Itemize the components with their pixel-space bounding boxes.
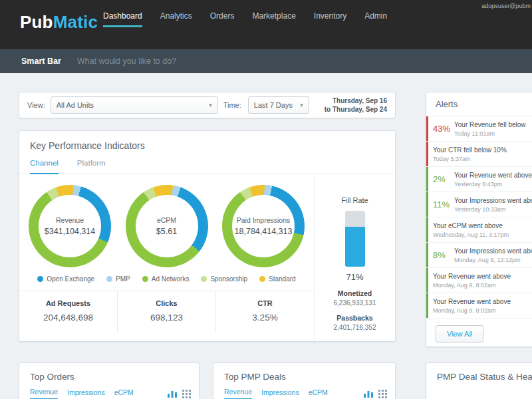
tab-ecpm[interactable]: eCPM	[114, 388, 134, 399]
legend-label: PMP	[116, 275, 130, 283]
passbacks-label: Passbacks	[315, 314, 395, 322]
nav-item-admin[interactable]: Admin	[364, 11, 387, 27]
alert-time: Monday, Aug 9, 8:02am	[433, 282, 511, 289]
table-grid-icon[interactable]	[182, 390, 191, 398]
nav-item-analytics[interactable]: Analytics	[160, 11, 192, 27]
legend-item-pmp: PMP	[106, 275, 130, 283]
alerts-panel: Alerts 43%Your Revenue fell belowToday 1…	[426, 92, 532, 347]
alert-time: Today 11:01am	[454, 130, 525, 137]
tab-channel[interactable]: Channel	[30, 159, 59, 174]
legend-item-open-exchange: Open Exchange	[37, 275, 94, 283]
alert-title: Your Revenue went above	[454, 172, 532, 179]
alert-time: Wednesday, Aug 11, 3:17pm	[433, 231, 509, 238]
legend-dot	[201, 276, 207, 282]
alert-percent: 11%	[433, 200, 450, 209]
legend-label: Sponsorship	[210, 275, 247, 283]
alert-severity-bar	[426, 217, 428, 242]
donut-chart-ecpm: eCPM$5.61	[126, 185, 208, 267]
tab-revenue[interactable]: Revenue	[224, 388, 252, 399]
donut-chart-paid-impressions: Paid Impressions18,784,414,313	[222, 185, 305, 267]
donut-row: Revenue$341,104,314eCPM$5.61Paid Impress…	[19, 174, 314, 267]
alert-percent: 8%	[433, 250, 450, 260]
legend-label: Ad Networks	[152, 275, 190, 283]
smart-bar: Smart Bar	[0, 49, 532, 73]
alert-severity-bar	[426, 192, 428, 217]
alert-severity-bar	[426, 142, 428, 166]
alert-item[interactable]: 8%Your Impressions went aboveMonday, Aug…	[426, 243, 532, 268]
tab-platform[interactable]: Platform	[77, 159, 106, 174]
donut-metric-label: Revenue	[56, 216, 84, 224]
alert-time: Yesterday 6:43pm	[454, 181, 532, 188]
date-range: Thursday, Sep 16 to Thursday, Sep 24	[325, 96, 387, 114]
pubmatic-logo: PubMatic	[20, 12, 98, 33]
kpi-card: Key Performance Indicators ChannelPlatfo…	[19, 130, 396, 342]
stat-value: 698,123	[118, 313, 215, 323]
mini-tabs-0: RevenueImpressionseCPM	[19, 388, 199, 399]
alert-severity-bar	[426, 243, 428, 267]
tab-revenue[interactable]: Revenue	[30, 388, 58, 399]
alert-text: Your Impressions went aboveYesterday 10:…	[454, 197, 532, 213]
legend-item-sponsorship: Sponsorship	[201, 275, 247, 283]
fill-rate-value: 71%	[315, 272, 395, 282]
nav-item-marketplace[interactable]: Marketplace	[252, 11, 295, 27]
alert-item[interactable]: 11%Your Impressions went aboveYesterday …	[426, 192, 532, 217]
kpi-title: Key Performance Indicators	[19, 131, 395, 151]
stat-value: 204,648,698	[19, 313, 117, 323]
donut-metric-label: Paid Impressions	[237, 216, 291, 224]
time-select[interactable]: Last 7 Days ▾	[248, 96, 309, 114]
nav-item-inventory[interactable]: Inventory	[314, 11, 346, 27]
alert-item[interactable]: 2%Your Revenue went aboveYesterday 6:43p…	[426, 167, 532, 192]
alert-text: Your Revenue fell belowToday 11:01am	[454, 121, 525, 137]
alert-severity-bar	[426, 116, 428, 141]
top-pmp-deals-card: Top PMP Deals RevenueImpressionseCPM	[213, 362, 396, 399]
monetized-label: Monetized	[315, 289, 395, 297]
logo-text-pub: Pub	[20, 12, 53, 32]
table-grid-icon[interactable]	[378, 390, 387, 398]
view-all-button[interactable]: View All	[436, 325, 483, 342]
view-select[interactable]: All Ad Units ▾	[51, 96, 218, 114]
alert-item[interactable]: 43%Your Revenue fell belowToday 11:01am	[426, 116, 532, 142]
alert-percent: 43%	[433, 124, 450, 134]
mini-tabs-1: RevenueImpressionseCPM	[213, 388, 395, 399]
legend-dot	[142, 276, 148, 282]
alert-text: Your eCPM went aboveWednesday, Aug 11, 3…	[433, 222, 509, 238]
alert-time: Today 5:37am	[433, 156, 507, 162]
alert-title: Your Revenue went above	[433, 273, 511, 280]
fill-rate-bar-fill	[345, 227, 365, 267]
tab-impressions[interactable]: Impressions	[261, 388, 299, 399]
legend-dot	[259, 276, 265, 282]
stat-ad-requests: Ad Requests204,648,698	[19, 291, 117, 333]
alert-title: Your CTR fell below 10%	[433, 146, 507, 154]
alert-time: Monday, Aug 9, 12:12pm	[454, 257, 532, 263]
alert-text: Your Impressions went aboveMonday, Aug 9…	[454, 247, 532, 263]
alert-title: Your Impressions went above	[454, 197, 532, 204]
nav-item-dashboard[interactable]: Dashboard	[103, 11, 142, 27]
donut-center: Paid Impressions18,784,414,313	[232, 195, 295, 257]
alert-title: Your eCPM went above	[433, 222, 509, 229]
alert-severity-bar	[426, 268, 428, 293]
bar-chart-icon[interactable]	[168, 390, 177, 398]
alert-item[interactable]: Your Revenue went aboveMonday, Aug 9, 8:…	[426, 293, 532, 319]
stats-row: Ad Requests204,648,698Clicks698,123CTR3.…	[19, 291, 314, 333]
nav-item-orders[interactable]: Orders	[210, 11, 235, 27]
alert-title: Your Revenue fell below	[454, 121, 525, 128]
top-nav: PubMatic DashboardAnalyticsOrdersMarketp…	[0, 0, 532, 49]
alert-text: Your Revenue went aboveMonday, Aug 9, 8:…	[433, 298, 511, 314]
alert-item[interactable]: Your eCPM went aboveWednesday, Aug 11, 3…	[426, 217, 532, 243]
alert-item[interactable]: Your CTR fell below 10%Today 5:37am	[426, 142, 532, 167]
donut-center: Revenue$341,104,314	[39, 195, 101, 257]
stat-label: Clicks	[118, 299, 215, 307]
tab-impressions[interactable]: Impressions	[67, 388, 105, 399]
user-email[interactable]: adopsuser@pubm	[481, 3, 531, 9]
stat-label: CTR	[216, 299, 314, 307]
tab-ecpm[interactable]: eCPM	[309, 388, 328, 399]
kpi-main: Revenue$341,104,314eCPM$5.61Paid Impress…	[19, 174, 314, 333]
legend-label: Standard	[269, 275, 296, 283]
stat-label: Ad Requests	[19, 299, 117, 307]
logo-text-matic: Matic	[53, 12, 98, 32]
bar-chart-icon[interactable]	[364, 390, 373, 398]
chart-legend: Open ExchangePMPAd NetworksSponsorshipSt…	[19, 275, 314, 283]
smart-bar-input[interactable]	[77, 57, 290, 66]
alert-title: Your Impressions went above	[454, 247, 532, 255]
alert-item[interactable]: Your Revenue went aboveMonday, Aug 9, 8:…	[426, 268, 532, 293]
